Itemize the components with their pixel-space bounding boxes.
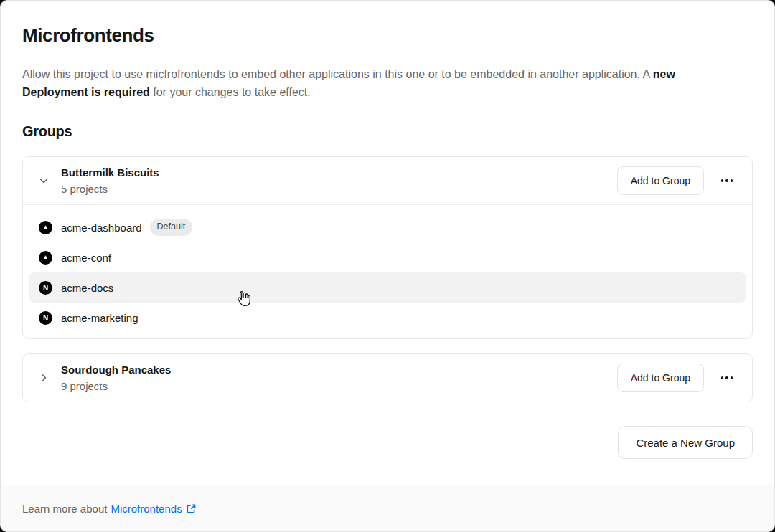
project-row[interactable]: ▲ acme-dashboard Default bbox=[29, 212, 746, 242]
project-row[interactable]: ▲ acme-conf bbox=[29, 242, 746, 272]
chevron-right-icon[interactable] bbox=[35, 369, 52, 386]
footer-microfrontends-link[interactable]: Microfrontends bbox=[111, 503, 196, 515]
add-to-group-button[interactable]: Add to Group bbox=[617, 166, 704, 195]
group-card-buttermilk-biscuits: Buttermilk Biscuits 5 projects Add to Gr… bbox=[22, 156, 753, 339]
add-to-group-button[interactable]: Add to Group bbox=[617, 364, 704, 392]
main-content: Microfrontends Allow this project to use… bbox=[1, 1, 774, 485]
create-new-group-button[interactable]: Create a New Group bbox=[618, 426, 753, 459]
more-options-button[interactable] bbox=[714, 365, 740, 391]
group-card-sourdough-pancakes: Sourdough Pancakes 9 projects Add to Gro… bbox=[22, 353, 753, 402]
project-name: acme-docs bbox=[61, 282, 113, 294]
nextjs-icon: N bbox=[39, 281, 52, 295]
vercel-icon: ▲ bbox=[39, 251, 52, 265]
project-name: acme-dashboard bbox=[61, 222, 142, 234]
footer: Learn more about Microfrontends bbox=[1, 485, 774, 531]
vercel-icon: ▲ bbox=[39, 221, 52, 234]
footer-link-label: Microfrontends bbox=[111, 503, 182, 515]
ellipsis-icon bbox=[721, 179, 724, 182]
group-titles: Sourdough Pancakes 9 projects bbox=[61, 363, 171, 394]
group-project-count: 9 projects bbox=[61, 379, 171, 394]
group-header[interactable]: Buttermilk Biscuits 5 projects Add to Gr… bbox=[23, 157, 752, 204]
default-badge: Default bbox=[150, 219, 193, 236]
footer-text: Learn more about bbox=[22, 503, 107, 515]
external-link-icon bbox=[186, 503, 197, 514]
ellipsis-icon bbox=[721, 376, 724, 379]
actions-row: Create a New Group bbox=[22, 426, 753, 459]
page-description: Allow this project to use micfrofrontend… bbox=[22, 65, 743, 101]
group-project-count: 5 projects bbox=[61, 182, 159, 196]
project-name: acme-conf bbox=[61, 252, 111, 264]
project-row[interactable]: N acme-marketing bbox=[29, 303, 746, 333]
group-name: Buttermilk Biscuits bbox=[61, 166, 159, 180]
project-list: ▲ acme-dashboard Default ▲ acme-conf N a… bbox=[23, 205, 752, 338]
group-titles: Buttermilk Biscuits 5 projects bbox=[61, 166, 159, 196]
description-lead: Allow this project to use micfrofrontend… bbox=[22, 68, 653, 80]
group-name: Sourdough Pancakes bbox=[61, 363, 171, 377]
chevron-down-icon[interactable] bbox=[35, 172, 52, 189]
project-name: acme-marketing bbox=[61, 312, 138, 324]
nextjs-icon: N bbox=[39, 311, 52, 325]
group-header[interactable]: Sourdough Pancakes 9 projects Add to Gro… bbox=[23, 354, 752, 402]
page-title: Microfrontends bbox=[22, 24, 753, 47]
project-row[interactable]: N acme-docs bbox=[29, 272, 746, 303]
description-tail: for your changes to take effect. bbox=[150, 86, 311, 98]
groups-heading: Groups bbox=[22, 123, 753, 140]
more-options-button[interactable] bbox=[714, 168, 740, 194]
microfrontends-settings-page: Microfrontends Allow this project to use… bbox=[0, 0, 775, 532]
